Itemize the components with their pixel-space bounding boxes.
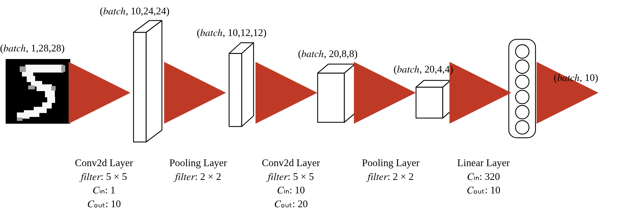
feature-map-conv1 [134, 21, 162, 142]
svg-rect-26 [416, 87, 443, 118]
shape-conv2: (𝑏𝑎𝑡𝑐ℎ, 20,8,8) [298, 48, 358, 60]
shape-input: (𝑏𝑎𝑡𝑐ℎ, 1,28,28) [0, 42, 65, 54]
shape-conv1: (𝑏𝑎𝑡𝑐ℎ, 10,24,24) [100, 5, 170, 17]
layer-title: Conv2d Layer [253, 156, 329, 170]
svg-marker-25 [344, 64, 355, 122]
svg-rect-15 [51, 86, 56, 91]
layer-filter: 𝑓𝑖𝑙𝑡𝑒𝑟: 2 × 2 [353, 170, 429, 184]
svg-marker-22 [242, 43, 254, 127]
layer-cout: 𝐶ₒᵤₜ: 20 [253, 197, 329, 211]
dense-layer [509, 39, 535, 138]
svg-rect-20 [229, 53, 242, 127]
layer-cin: 𝐶ᵢₙ: 320 [448, 170, 519, 184]
svg-point-32 [516, 75, 529, 89]
svg-rect-17 [134, 32, 146, 142]
layer-cin: 𝐶ᵢₙ: 1 [66, 183, 142, 197]
svg-marker-28 [443, 80, 451, 118]
svg-rect-16 [17, 118, 22, 121]
svg-point-35 [516, 121, 529, 134]
layer-cout: 𝐶ₒᵤₜ: 10 [448, 183, 519, 197]
layer-filter: 𝑓𝑖𝑙𝑡𝑒𝑟: 5 × 5 [253, 170, 329, 184]
feature-map-pool1 [229, 43, 254, 127]
layer-title: Conv2d Layer [66, 156, 142, 170]
svg-rect-23 [318, 73, 344, 122]
layer-cin: 𝐶ᵢₙ: 10 [253, 183, 329, 197]
svg-rect-12 [20, 66, 26, 72]
layer-title: Pooling Layer [160, 156, 236, 170]
shape-pool2: (𝑏𝑎𝑡𝑐ℎ, 20,4,4) [394, 63, 453, 75]
svg-rect-6 [45, 90, 55, 97]
feature-map-conv2 [318, 64, 355, 122]
layer-filter: 𝑓𝑖𝑙𝑡𝑒𝑟: 2 × 2 [160, 170, 236, 184]
layer-title: Linear Layer [448, 156, 519, 170]
svg-rect-14 [28, 85, 35, 89]
caption-pool-1: Pooling Layer 𝑓𝑖𝑙𝑡𝑒𝑟: 2 × 2 [160, 156, 236, 183]
feature-map-pool2 [416, 80, 451, 118]
svg-point-34 [516, 105, 529, 119]
layer-cout: 𝐶ₒᵤₜ: 10 [66, 197, 142, 211]
svg-point-31 [516, 60, 529, 73]
layer-filter: 𝑓𝑖𝑙𝑡𝑒𝑟: 5 × 5 [66, 170, 142, 184]
caption-linear: Linear Layer 𝐶ᵢₙ: 320 𝐶ₒᵤₜ: 10 [448, 156, 519, 197]
caption-pool-2: Pooling Layer 𝑓𝑖𝑙𝑡𝑒𝑟: 2 × 2 [353, 156, 429, 183]
shape-output: (𝑏𝑎𝑡𝑐ℎ, 10) [554, 72, 598, 83]
layer-title: Pooling Layer [353, 156, 429, 170]
svg-rect-7 [47, 97, 55, 103]
svg-point-33 [516, 90, 529, 104]
svg-marker-19 [146, 21, 162, 142]
caption-conv2d-2: Conv2d Layer 𝑓𝑖𝑙𝑡𝑒𝑟: 5 × 5 𝐶ᵢₙ: 10 𝐶ₒᵤₜ:… [253, 156, 329, 211]
svg-point-30 [516, 45, 529, 58]
svg-rect-13 [61, 65, 65, 72]
input-image [6, 59, 70, 124]
caption-conv2d-1: Conv2d Layer 𝑓𝑖𝑙𝑡𝑒𝑟: 5 × 5 𝐶ᵢₙ: 1 𝐶ₒᵤₜ: … [66, 156, 142, 211]
shape-pool1: (𝑏𝑎𝑡𝑐ℎ, 10,12,12) [197, 27, 266, 39]
